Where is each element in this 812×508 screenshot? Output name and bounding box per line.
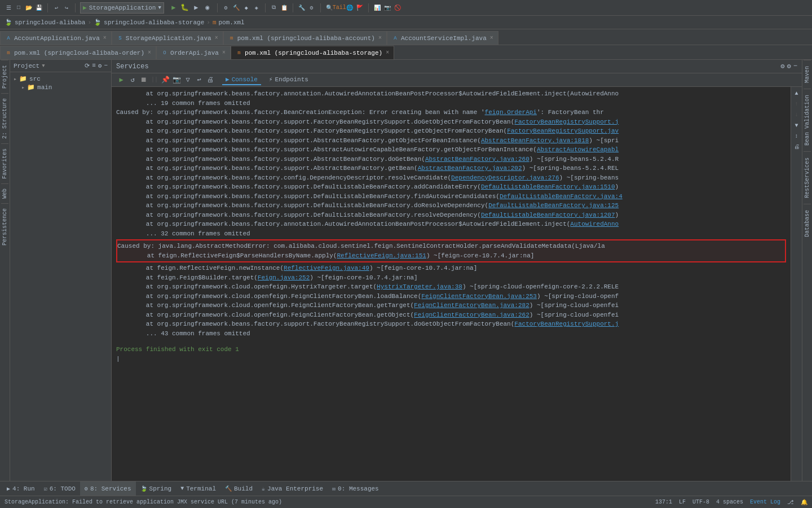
left-tab-favorites[interactable]: Favorites: [1, 143, 8, 183]
project-sync-icon[interactable]: ⟳: [85, 62, 90, 69]
status-line-sep[interactable]: LF: [679, 499, 686, 505]
feign-orderapi-link[interactable]: feign.OrderApi: [485, 109, 537, 116]
undo-icon[interactable]: ↩: [52, 4, 60, 12]
link-load-balance[interactable]: FeignClientFactoryBean.java:253: [421, 293, 537, 300]
link-8[interactable]: AbstractBeanFactory.java:202: [418, 165, 522, 172]
link-feign-builder[interactable]: Feign.java:252: [258, 274, 310, 281]
camera-icon[interactable]: 📷: [383, 4, 391, 12]
tree-item-src[interactable]: ▸ 📁 src: [10, 75, 111, 83]
tab-close-4[interactable]: ×: [490, 35, 493, 41]
tab-order-api[interactable]: O OrderApi.java ×: [156, 46, 231, 59]
status-position[interactable]: 137:1: [655, 499, 672, 505]
chart-icon[interactable]: 📊: [373, 4, 381, 12]
run-button[interactable]: ▶: [169, 3, 179, 13]
print2-btn[interactable]: 🖨: [792, 142, 802, 152]
expand-btn[interactable]: ↕: [792, 131, 802, 141]
right-tab-bean-validation[interactable]: Bean Validation: [804, 89, 811, 151]
link-5[interactable]: AbstractBeanFactory.java:1818: [481, 137, 589, 144]
copy-icon[interactable]: ⧉: [270, 4, 278, 12]
scroll-up-btn[interactable]: ▲: [792, 88, 802, 98]
breadcrumb-item-2[interactable]: 🍃 springcloud-alibaba-storage: [94, 19, 204, 26]
status-indent[interactable]: 4 spaces: [716, 499, 743, 505]
console-tab-endpoints[interactable]: ⚡ Endpoints: [266, 75, 312, 85]
tab-close-5[interactable]: ×: [148, 50, 151, 56]
build4-icon[interactable]: ◈: [253, 4, 261, 12]
tab-close-3[interactable]: ×: [378, 35, 382, 41]
stop-button[interactable]: ⏹: [139, 75, 149, 85]
wrench-icon[interactable]: 🔧: [298, 4, 306, 12]
link-7[interactable]: AbstractBeanFactory.java:260: [425, 156, 529, 163]
link-get-target[interactable]: FeignClientFactoryBean.java:282: [414, 302, 529, 309]
link-6[interactable]: AbstractAutowireCapabl: [537, 146, 619, 153]
pin-button[interactable]: 📌: [160, 75, 170, 85]
link-11[interactable]: DefaultListableBeanFactory.java:4: [500, 193, 623, 200]
link-10[interactable]: DefaultListableBeanFactory.java:1510: [481, 183, 615, 190]
gear-icon[interactable]: ⚙: [308, 4, 316, 12]
tab-pom-storage[interactable]: m pom.xml (springcloud-alibaba-storage) …: [231, 46, 394, 59]
project-settings-icon[interactable]: ⚙: [98, 62, 102, 69]
right-tab-maven[interactable]: Maven: [804, 60, 811, 89]
bottom-tab-java-enterprise[interactable]: ☕ Java Enterprise: [257, 481, 328, 496]
scroll-up2-btn[interactable]: ↑: [792, 99, 802, 109]
link-hystrix[interactable]: HystrixTargeter.java:38: [377, 283, 462, 290]
bottom-tab-services[interactable]: ⚙ 8: Services: [80, 481, 136, 496]
tab-pom-order[interactable]: m pom.xml (springcloud-alibaba-order) ×: [0, 46, 156, 59]
bottom-tab-messages[interactable]: ✉ 0: Messages: [328, 481, 383, 496]
vcs-icon[interactable]: ⎇: [787, 499, 794, 506]
breadcrumb-item-1[interactable]: 🍃 springcloud-alibaba: [5, 19, 85, 26]
bottom-tab-todo[interactable]: ☑ 6: TODO: [39, 481, 80, 496]
console-tab-console[interactable]: ▶ Console: [222, 75, 261, 85]
bottom-tab-terminal[interactable]: ▼ Terminal: [176, 481, 220, 496]
build1-icon[interactable]: ⚙: [222, 4, 230, 12]
services-close-icon[interactable]: −: [793, 62, 797, 71]
camera2-icon[interactable]: 📷: [171, 75, 182, 85]
notifications-icon[interactable]: 🔔: [801, 499, 807, 506]
profile-button[interactable]: ◉: [202, 3, 213, 13]
link-13[interactable]: DefaultListableBeanFactory.java:1207: [481, 212, 615, 218]
right-tab-rest-services[interactable]: RestServices: [804, 151, 811, 204]
link-get-object[interactable]: FeignClientFactoryBean.java:262: [414, 312, 529, 318]
locale-icon[interactable]: 🌐: [346, 4, 354, 12]
right-tab-database[interactable]: Database: [804, 204, 811, 243]
event-log-link[interactable]: Event Log: [750, 499, 780, 505]
scroll-down2-btn[interactable]: ↓: [792, 110, 802, 120]
breadcrumb-item-3[interactable]: m pom.xml: [213, 19, 245, 26]
search-icon[interactable]: 🔍: [325, 4, 333, 12]
bottom-tab-spring[interactable]: 🍃 Spring: [136, 481, 176, 496]
new-icon[interactable]: □: [15, 4, 23, 12]
tab-close-2[interactable]: ×: [215, 35, 218, 41]
project-filter-icon[interactable]: ≡: [92, 62, 96, 69]
left-tab-web[interactable]: Web: [1, 183, 8, 203]
build2-icon[interactable]: 🔨: [232, 4, 240, 12]
menu-icon[interactable]: ☰: [5, 4, 12, 12]
services-gear-icon[interactable]: ⚙: [787, 62, 791, 71]
link-factory-bean[interactable]: FactoryBeanRegistrySupport.j: [514, 321, 619, 327]
link-14[interactable]: AutowiredAnno: [570, 221, 619, 227]
ban-icon[interactable]: 🚫: [394, 4, 401, 12]
rerun-button[interactable]: ↺: [127, 75, 138, 85]
left-tab-structure[interactable]: 2: Structure: [1, 93, 8, 143]
tab-close-6[interactable]: ×: [222, 50, 226, 56]
filter-icon[interactable]: ▽: [183, 75, 193, 85]
link-12[interactable]: DefaultListableBeanFactory.java:125: [488, 202, 619, 209]
scroll-down-btn[interactable]: ▼: [792, 120, 802, 130]
coverage-button[interactable]: ▶: [191, 3, 201, 13]
redo-icon[interactable]: ↪: [63, 4, 70, 12]
services-settings-icon[interactable]: ⚙: [780, 62, 784, 71]
reflective-feign-link[interactable]: ReflectiveFeign.java:151: [337, 252, 426, 259]
open-icon[interactable]: 📂: [25, 4, 33, 12]
link-9[interactable]: DependencyDescriptor.java:276: [451, 174, 559, 181]
tab-close-1[interactable]: ×: [103, 35, 107, 41]
bottom-tab-build[interactable]: 🔨 Build: [220, 481, 257, 496]
tab-account-application[interactable]: A AccountApplication.java ×: [0, 31, 112, 45]
flag-icon[interactable]: 🚩: [356, 4, 364, 12]
project-close-icon[interactable]: −: [104, 62, 108, 69]
tab-pom-account[interactable]: m pom.xml (springcloud-alibaba-account) …: [223, 31, 387, 45]
print-icon[interactable]: 🖨: [205, 75, 215, 85]
wrap-icon[interactable]: ↩: [194, 75, 204, 85]
save-icon[interactable]: 💾: [35, 4, 43, 12]
build3-icon[interactable]: ◆: [242, 4, 250, 12]
tab-storage-application[interactable]: S StorageApplication.java ×: [112, 31, 223, 45]
start-button[interactable]: ▶: [116, 75, 126, 85]
bottom-tab-run[interactable]: ▶ 4: Run: [2, 481, 39, 496]
